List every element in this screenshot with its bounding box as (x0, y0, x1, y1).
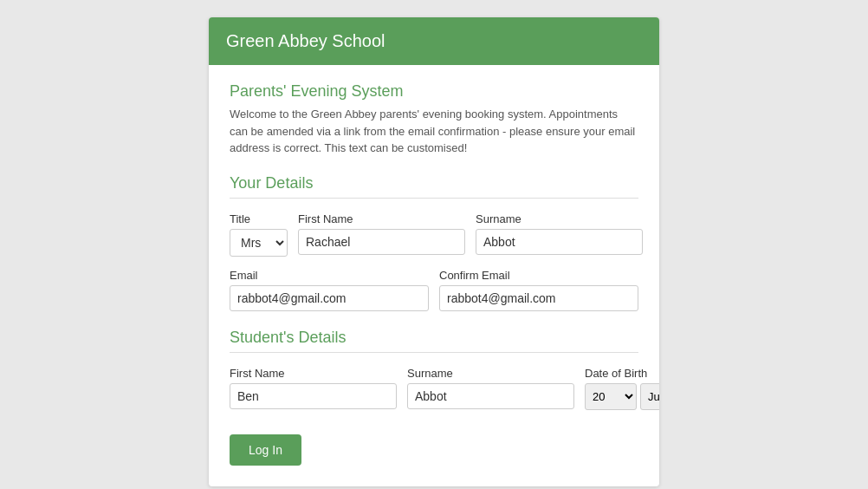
page-wrapper: Green Abbey School Parents' Evening Syst… (0, 0, 868, 489)
student-firstname-input[interactable] (230, 383, 397, 409)
student-details-divider (230, 352, 638, 353)
card-body: Parents' Evening System Welcome to the G… (209, 65, 659, 486)
email-group: Email (230, 269, 429, 311)
main-card: Green Abbey School Parents' Evening Syst… (209, 17, 659, 486)
your-details-divider (230, 198, 638, 199)
footer: English Cymraeg Teacher Login Administra… (209, 486, 659, 490)
student-surname-group: Surname (407, 367, 574, 410)
student-details-section: Student's Details First Name Surname Dat… (230, 329, 638, 410)
dob-month-select[interactable]: JanuaryFebruaryMarch AprilMayJune JulyAu… (640, 383, 659, 410)
student-surname-input[interactable] (407, 383, 574, 409)
student-surname-label: Surname (407, 367, 574, 380)
school-title: Green Abbey School (226, 31, 642, 51)
student-firstname-group: First Name (230, 367, 397, 410)
email-label: Email (230, 269, 429, 282)
firstname-input[interactable] (298, 229, 465, 255)
welcome-text: Welcome to the Green Abbey parents' even… (230, 106, 638, 157)
name-row: Title Mr Mrs Miss Ms Dr First Name (230, 212, 638, 257)
dob-group: Date of Birth 1234 5678 9101112 13141516… (585, 367, 659, 410)
card-header: Green Abbey School (209, 17, 659, 65)
email-input[interactable] (230, 285, 429, 311)
log-in-button[interactable]: Log In (230, 434, 301, 466)
firstname-label: First Name (298, 212, 465, 225)
confirm-email-group: Confirm Email (439, 269, 638, 311)
surname-group: Surname (476, 212, 643, 257)
dob-label: Date of Birth (585, 367, 659, 380)
your-details-title: Your Details (230, 174, 638, 192)
email-row: Email Confirm Email (230, 269, 638, 311)
student-firstname-label: First Name (230, 367, 397, 380)
confirm-email-input[interactable] (439, 285, 638, 311)
your-details-section: Your Details Title Mr Mrs Miss Ms Dr (230, 174, 638, 311)
firstname-group: First Name (298, 212, 465, 257)
surname-label: Surname (476, 212, 643, 225)
surname-input[interactable] (476, 229, 643, 255)
title-group: Title Mr Mrs Miss Ms Dr (230, 212, 288, 257)
confirm-email-label: Confirm Email (439, 269, 638, 282)
dob-day-select[interactable]: 1234 5678 9101112 13141516 17181920 2122… (585, 383, 637, 410)
intro-title: Parents' Evening System (230, 82, 638, 101)
dob-selects: 1234 5678 9101112 13141516 17181920 2122… (585, 383, 659, 410)
student-row: First Name Surname Date of Birth 1234 56… (230, 367, 638, 410)
title-label: Title (230, 212, 288, 225)
title-select[interactable]: Mr Mrs Miss Ms Dr (230, 229, 288, 257)
student-details-title: Student's Details (230, 329, 638, 347)
